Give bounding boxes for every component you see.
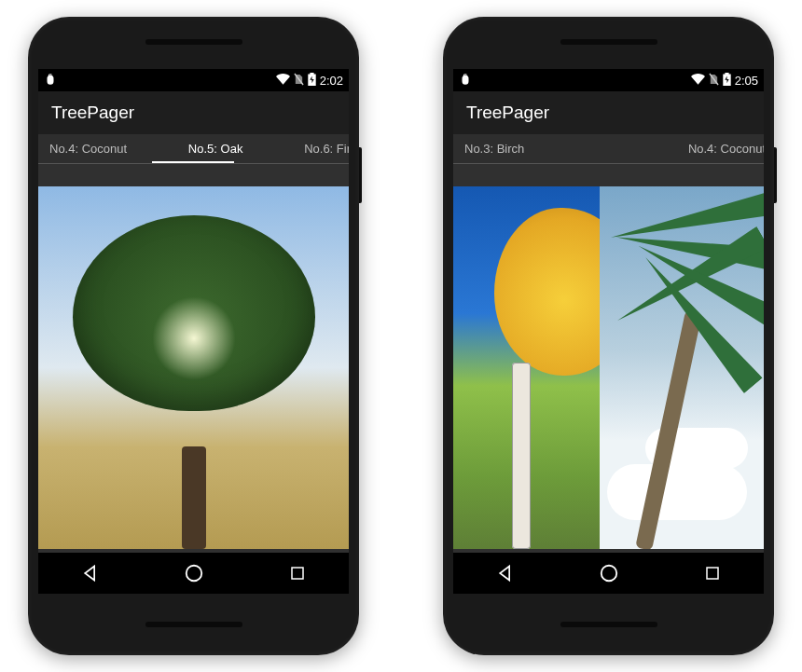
svg-rect-1 <box>292 568 303 579</box>
tab-prev[interactable]: No.4: Coconut <box>38 134 140 163</box>
power-button[interactable] <box>359 147 362 203</box>
app-bar: TreePager <box>453 91 764 134</box>
recents-button[interactable] <box>671 565 754 582</box>
earpiece-speaker <box>560 39 657 45</box>
back-button[interactable] <box>48 564 132 583</box>
navigation-bar <box>453 553 764 594</box>
battery-charging-icon <box>723 73 731 89</box>
tab-label: No.4: Coconut <box>688 142 764 156</box>
page-image-birch <box>453 186 600 549</box>
tab-label: No.6: Fir <box>304 142 349 156</box>
status-clock: 2:02 <box>320 74 343 88</box>
tab-label: No.5: Oak <box>188 142 243 156</box>
viewpager[interactable] <box>38 164 349 594</box>
viewpager[interactable] <box>453 164 764 594</box>
svg-rect-3 <box>707 568 718 579</box>
svg-point-2 <box>601 566 616 582</box>
bottom-speaker <box>145 622 242 627</box>
phone-right: 2:05 TreePager No.3: Birch No.4: Coconut <box>443 17 774 655</box>
power-button[interactable] <box>774 147 777 203</box>
app-bar: TreePager <box>38 91 349 134</box>
svg-point-0 <box>186 566 201 582</box>
tab-next[interactable]: No.6: Fir <box>291 134 349 163</box>
cloud <box>607 464 747 520</box>
tab-strip[interactable]: No.3: Birch No.4: Coconut <box>453 134 764 164</box>
tab-next[interactable]: No.4: Coconut <box>675 134 764 163</box>
tab-label: No.3: Birch <box>464 142 524 156</box>
no-sim-icon <box>709 73 719 89</box>
bottom-speaker <box>560 622 657 627</box>
home-button[interactable] <box>152 563 236 583</box>
phone-left: 2:02 TreePager No.4: Coconut No.5: Oak N… <box>28 17 359 655</box>
oak-trunk <box>182 446 206 549</box>
app-title: TreePager <box>466 103 549 123</box>
debug-icon <box>459 73 472 89</box>
tab-prev[interactable]: No.3: Birch <box>453 134 537 163</box>
back-button[interactable] <box>463 564 547 583</box>
birch-trunk <box>512 363 531 549</box>
status-bar: 2:02 <box>38 69 349 91</box>
earpiece-speaker <box>145 39 242 45</box>
app-title: TreePager <box>51 103 134 123</box>
wifi-icon <box>276 74 290 88</box>
no-sim-icon <box>294 73 304 89</box>
tab-label: No.4: Coconut <box>49 142 127 156</box>
status-bar: 2:05 <box>453 69 764 91</box>
home-button[interactable] <box>567 563 651 583</box>
tab-strip[interactable]: No.4: Coconut No.5: Oak No.6: Fir <box>38 134 349 164</box>
screen: 2:05 TreePager No.3: Birch No.4: Coconut <box>453 69 764 594</box>
sun-glare <box>152 296 236 380</box>
screen: 2:02 TreePager No.4: Coconut No.5: Oak N… <box>38 69 349 594</box>
navigation-bar <box>38 553 349 594</box>
page-image-oak <box>38 186 349 549</box>
battery-charging-icon <box>308 73 316 89</box>
debug-icon <box>44 73 57 89</box>
recents-button[interactable] <box>256 565 339 582</box>
status-clock: 2:05 <box>735 74 758 88</box>
tab-current[interactable]: No.5: Oak <box>140 134 291 163</box>
wifi-icon <box>691 74 705 88</box>
page-image-coconut <box>600 186 764 549</box>
